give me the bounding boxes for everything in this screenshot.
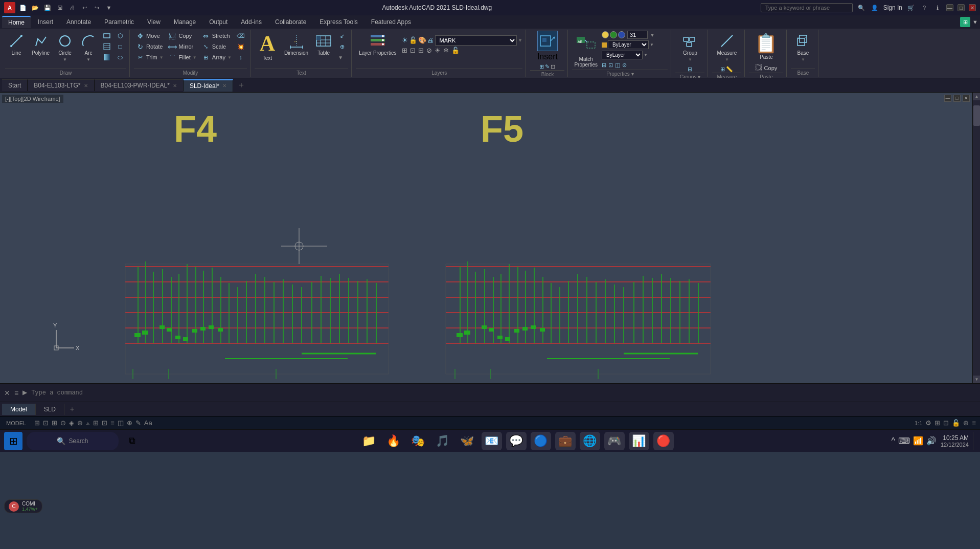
windows-pinned-4[interactable]: 🎵 <box>432 432 453 450</box>
utilities-icon-2[interactable]: 📏 <box>726 66 733 73</box>
rectangle-tool[interactable] <box>101 31 113 41</box>
tray-keyboard-icon[interactable]: ⌨ <box>898 436 910 446</box>
tab-sld[interactable]: SLD <box>36 404 64 415</box>
tray-volume-icon[interactable]: 🔊 <box>926 436 937 446</box>
layer-lock-icon[interactable]: 🔓 <box>409 36 417 44</box>
arc-dropdown[interactable]: ▼ <box>86 57 90 62</box>
windows-pinned-8[interactable]: 🔵 <box>531 432 551 450</box>
linetype-select[interactable]: ByLayer <box>602 51 643 59</box>
tab-collaborate[interactable]: Collaborate <box>269 16 312 28</box>
store-icon[interactable]: 🛒 <box>906 3 916 12</box>
user-icon[interactable]: 👤 <box>870 3 879 12</box>
ortho-icon[interactable]: ⊞ <box>52 419 57 427</box>
layer-icon-1[interactable]: ⊞ <box>402 47 407 54</box>
windows-pinned-7[interactable]: 💬 <box>506 432 527 450</box>
annotate-more[interactable]: ▼ <box>336 52 348 62</box>
workspace-icon[interactable]: ⊞ <box>960 17 970 27</box>
workspace-label[interactable]: ▼ <box>972 19 978 25</box>
layer-icon-2[interactable]: ⊡ <box>410 47 416 54</box>
windows-pinned-6[interactable]: 📧 <box>482 432 502 450</box>
tab-home[interactable]: Home <box>2 16 31 28</box>
lweight-icon[interactable]: ≡ <box>110 419 115 427</box>
paste-tool[interactable]: 📋 Paste <box>750 31 782 62</box>
mirror-tool[interactable]: ⟺ Mirror <box>167 41 199 52</box>
qat-more[interactable]: ▼ <box>104 3 113 12</box>
tab-b04-ltg[interactable]: B04-EL103-LTG* ✕ <box>28 79 94 91</box>
scroll-track[interactable] <box>973 100 980 376</box>
dynin-icon[interactable]: ⊡ <box>102 419 107 427</box>
sign-in-text[interactable]: Sign In <box>883 4 902 11</box>
offset-tool[interactable]: ↕ <box>235 52 247 62</box>
layer-properties-tool[interactable]: Layer Properties <box>356 31 399 58</box>
trim-tool[interactable]: ✂ Trim ▼ <box>134 52 166 62</box>
prop-icon-4[interactable]: ⊘ <box>622 62 627 69</box>
tab-insert[interactable]: Insert <box>32 16 59 28</box>
windows-pinned-11[interactable]: 🎮 <box>604 432 625 450</box>
osnap-icon[interactable]: ◈ <box>69 419 74 427</box>
measure-tool[interactable]: Measure ▼ <box>714 31 740 64</box>
close-button[interactable]: ✕ <box>969 4 976 11</box>
layer-dropdown-arrow[interactable]: ▼ <box>518 37 523 43</box>
layer-icon-5[interactable]: ☀ <box>435 47 441 54</box>
layer-icon-4[interactable]: ⊘ <box>426 47 432 54</box>
snap-icon[interactable]: ⊡ <box>43 419 49 427</box>
tray-up-icon[interactable]: ^ <box>891 436 895 446</box>
hatch-tool[interactable] <box>101 41 113 52</box>
region-tool[interactable]: ⬡ <box>114 31 126 41</box>
layer-icon-7[interactable]: 🔓 <box>451 47 460 54</box>
scroll-up-button[interactable]: ▲ <box>973 93 980 100</box>
grid-icon[interactable]: ⊞ <box>34 419 40 427</box>
tab-addins[interactable]: Add-ins <box>235 16 268 28</box>
leader-tool[interactable]: ↙ <box>336 31 348 41</box>
maximize-button[interactable]: □ <box>958 4 965 11</box>
polyline-tool[interactable]: Polyline <box>29 31 53 58</box>
ducs-icon[interactable]: ⊞ <box>93 419 99 427</box>
wipeout-tool[interactable]: □ <box>114 41 126 52</box>
scroll-thumb[interactable] <box>973 105 980 126</box>
insert-icon[interactable] <box>537 31 558 51</box>
erase-tool[interactable]: ⌫ <box>235 31 247 41</box>
lock-ui-icon[interactable]: 🔓 <box>952 419 960 427</box>
tab-output[interactable]: Output <box>203 16 234 28</box>
tab-parametric[interactable]: Parametric <box>98 16 140 28</box>
clock-area[interactable]: 10:25 AM 12/12/2024 <box>941 434 969 448</box>
text-tool[interactable]: A Text <box>255 31 280 63</box>
notifications-area[interactable] <box>973 432 976 450</box>
windows-pinned-12[interactable]: 📊 <box>629 432 649 450</box>
qat-saveas[interactable]: 🖫 <box>55 3 64 12</box>
title-search-input[interactable] <box>761 3 853 12</box>
block-editor-icon[interactable]: ✎ <box>545 63 550 70</box>
add-status-tab[interactable]: ＋ <box>64 403 80 416</box>
move-tool[interactable]: ✥ Move <box>134 31 166 41</box>
hardware-icon[interactable]: ⊡ <box>943 419 949 427</box>
windows-pinned-3[interactable]: 🎭 <box>408 432 428 450</box>
prop-icon-2[interactable]: ⊡ <box>608 62 613 69</box>
tab-view[interactable]: View <box>141 16 167 28</box>
array-tool[interactable]: ⊞ Array ▼ <box>200 52 234 62</box>
cmd-close-icon[interactable]: ✕ <box>4 389 10 397</box>
windows-pinned-13[interactable]: 🔴 <box>653 432 674 450</box>
copy-tool[interactable]: ⿴ Copy <box>754 63 780 73</box>
windows-pinned-9[interactable]: 💼 <box>555 432 576 450</box>
windows-pinned-5[interactable]: 🦋 <box>457 432 477 450</box>
prop-icon-1[interactable]: ⊞ <box>602 62 606 69</box>
isolate-icon[interactable]: ⊕ <box>963 419 969 427</box>
copy-tool[interactable]: ⿴ Copy <box>167 31 199 41</box>
layer-freeze-icon[interactable]: ☀ <box>402 36 408 44</box>
model-indicator[interactable]: MODEL <box>4 419 28 427</box>
otrack-icon[interactable]: ⟁ <box>86 419 90 427</box>
tab-annotate[interactable]: Annotate <box>60 16 97 28</box>
close-tab-ltg[interactable]: ✕ <box>84 83 88 89</box>
circle-dropdown[interactable]: ▼ <box>63 57 67 62</box>
circle-tool[interactable]: Circle ▼ <box>54 31 76 64</box>
match-properties-tool[interactable]: AB Match Properties <box>572 31 600 70</box>
qat-save[interactable]: 💾 <box>43 3 52 12</box>
search-icon[interactable]: 🔍 <box>857 3 866 12</box>
anno-icon[interactable]: Aa <box>144 419 152 427</box>
tab-manage[interactable]: Manage <box>168 16 202 28</box>
tab-express[interactable]: Express Tools <box>313 16 363 28</box>
windows-pinned-1[interactable]: 📁 <box>359 432 379 450</box>
create-block-icon[interactable]: ⊞ <box>539 63 544 70</box>
windows-pinned-2[interactable]: 🔥 <box>383 432 404 450</box>
line-tool[interactable]: Line <box>5 31 28 58</box>
